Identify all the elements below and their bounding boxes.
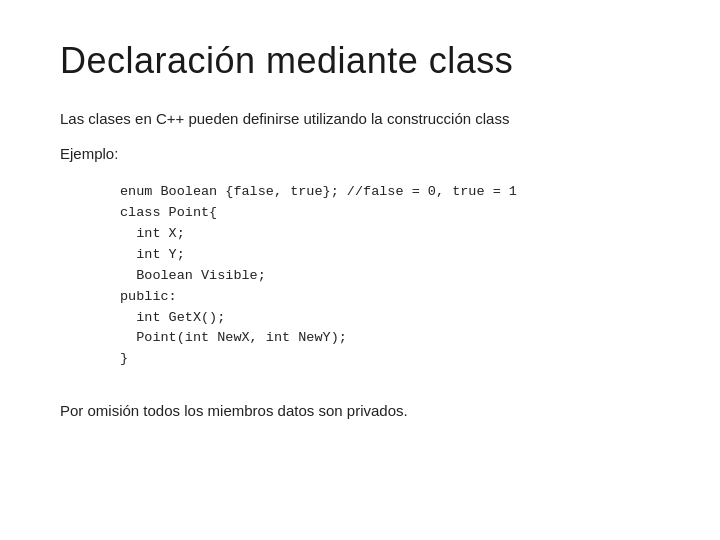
intro-text: Las clases en C++ pueden definirse utili…: [60, 110, 660, 127]
ejemplo-label: Ejemplo:: [60, 145, 660, 162]
slide-title: Declaración mediante class: [60, 40, 660, 82]
code-block: enum Boolean {false, true}; //false = 0,…: [120, 182, 660, 370]
slide: Declaración mediante class Las clases en…: [0, 0, 720, 540]
footer-text: Por omisión todos los miembros datos son…: [60, 402, 660, 419]
slide-body: Las clases en C++ pueden definirse utili…: [60, 110, 660, 419]
